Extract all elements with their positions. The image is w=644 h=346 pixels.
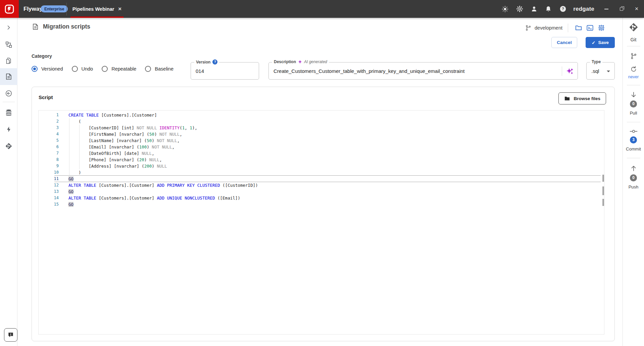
push-button[interactable] (623, 165, 644, 172)
type-field[interactable]: Type .sql (586, 62, 615, 80)
overview-ruler-mark (602, 199, 604, 206)
undo-circle-icon (5, 90, 12, 97)
sidebar-item-version-control[interactable] (0, 138, 17, 155)
code-line[interactable]: 1CREATE TABLE [Customers].[Customer] (39, 112, 604, 118)
toolbar-divider (568, 24, 568, 32)
sidebar-expand-button[interactable] (0, 19, 17, 36)
terminal-icon (586, 24, 594, 32)
notifications-button[interactable] (545, 5, 552, 13)
titlebar-actions: ? redgate × (494, 0, 640, 18)
commit-button[interactable] (623, 128, 644, 135)
version-field: Version ? (191, 62, 259, 80)
help-button[interactable]: ? (559, 5, 566, 13)
tab-pipelines-webinar[interactable]: Pipelines Webinar × (70, 0, 123, 18)
sun-icon (502, 6, 508, 12)
rail-divider (627, 158, 640, 158)
code-line[interactable]: 10 ) (39, 169, 604, 176)
version-input[interactable] (196, 62, 253, 79)
redgate-logo: redgate (573, 6, 594, 12)
sidebar-item-migration-scripts[interactable] (0, 68, 17, 85)
cancel-button[interactable]: Cancel (551, 37, 577, 48)
description-input[interactable] (274, 62, 555, 79)
radio-versioned[interactable]: Versioned (32, 66, 63, 72)
git-rail-logo (623, 22, 644, 32)
category-radio-group: Versioned Undo Repeatable Baseline (32, 66, 174, 72)
sidebar-item-databases[interactable] (0, 104, 17, 121)
sidebar-divider (3, 102, 15, 102)
branch-toolbar: development (525, 23, 607, 33)
titlebar-separator (66, 3, 67, 15)
code-line[interactable]: 6 [Email] [nvarchar] (100) NOT NULL, (39, 144, 604, 150)
line-number: 4 (39, 131, 59, 137)
git-rail-title: Git (623, 36, 644, 43)
branch-name[interactable]: development (535, 25, 562, 31)
code-line[interactable]: 9 [Address] [nvarchar] (200) NULL (39, 163, 604, 169)
code-line[interactable]: 8 [Phone] [nvarchar] (20) NULL, (39, 157, 604, 163)
sidebar-item-activity[interactable] (0, 121, 17, 138)
app-name: Flyway (23, 0, 43, 18)
code-line[interactable]: 13GO (39, 188, 604, 195)
radio-repeatable[interactable]: Repeatable (102, 66, 136, 72)
code-line[interactable]: 11GO (39, 176, 604, 182)
code-line[interactable]: 2 ( (39, 118, 604, 125)
edition-badge: Enterprise (41, 5, 68, 12)
tab-close-icon[interactable]: × (118, 6, 121, 12)
feedback-button[interactable] (4, 328, 17, 342)
arrow-down-icon (630, 91, 637, 98)
minimize-button[interactable] (603, 6, 609, 12)
code-line[interactable]: 14ALTER TABLE [Customers].[Customer] ADD… (39, 195, 604, 201)
line-number: 5 (39, 137, 59, 144)
titlebar: Flyway Enterprise Pipelines Webinar × (0, 0, 644, 18)
document-icon (5, 73, 12, 80)
code-line[interactable]: 5 [LastName] [nvarchar] (50) NOT NULL, (39, 137, 604, 144)
code-line[interactable]: 4 [FirstName] [nvarchar] (50) NOT NULL, (39, 131, 604, 137)
radio-undo[interactable]: Undo (72, 66, 93, 72)
browse-files-button[interactable]: Browse files (558, 92, 606, 104)
svg-text:?: ? (562, 7, 564, 11)
database-icon (5, 109, 12, 116)
restore-button[interactable] (618, 6, 625, 12)
refresh-status: never (623, 74, 644, 80)
refresh-button[interactable] (623, 65, 644, 74)
code-line[interactable]: 7 [DateOfBirth] [date] NULL, (39, 150, 604, 157)
page-header: Migration scripts (32, 23, 90, 30)
category-label: Category (32, 53, 52, 59)
git-icon (629, 23, 638, 32)
gear-icon (516, 5, 523, 12)
radio-baseline[interactable]: Baseline (145, 66, 174, 72)
sidebar-item-pipelines[interactable] (0, 36, 17, 53)
branch-rail-button[interactable] (623, 52, 644, 60)
sidebar-item-migrations[interactable] (0, 52, 17, 69)
chevron-down-icon (607, 71, 610, 72)
pull-count-badge: 0 (623, 100, 644, 107)
check-icon: ✓ (592, 40, 595, 45)
account-button[interactable] (530, 5, 538, 13)
sidebar-item-restore[interactable] (0, 85, 17, 102)
save-button[interactable]: ✓ Save (586, 37, 615, 48)
line-number: 14 (39, 195, 59, 201)
rail-divider (627, 46, 640, 46)
code-line[interactable]: 12ALTER TABLE [Customers].[Customer] ADD… (39, 182, 604, 188)
project-settings-button[interactable] (596, 24, 607, 32)
open-terminal-button[interactable] (584, 24, 596, 32)
close-button[interactable]: × (634, 6, 640, 12)
bell-icon (545, 6, 552, 12)
code-line[interactable]: 3 [CustomerID] [int] NOT NULL IDENTITY(1… (39, 125, 604, 131)
theme-toggle-button[interactable] (501, 5, 509, 13)
settings-button[interactable] (516, 5, 523, 13)
git-diamond-icon (5, 142, 12, 150)
lightning-icon (5, 126, 12, 133)
open-folder-button[interactable] (573, 24, 584, 32)
active-tab-underline (70, 16, 123, 18)
code-editor[interactable]: 1CREATE TABLE [Customers].[Customer]2 (3… (38, 110, 604, 335)
tab-label: Pipelines Webinar (72, 6, 114, 12)
field-divider (562, 67, 562, 76)
ai-generate-button[interactable] (564, 66, 575, 77)
code-line[interactable]: 15GO (39, 201, 604, 208)
commit-count-badge: 3 (623, 136, 644, 143)
line-number: 13 (39, 188, 59, 195)
commit-label: Commit (623, 146, 644, 152)
pull-button[interactable] (623, 91, 644, 98)
left-sidebar (0, 18, 17, 346)
close-icon: × (635, 5, 639, 12)
